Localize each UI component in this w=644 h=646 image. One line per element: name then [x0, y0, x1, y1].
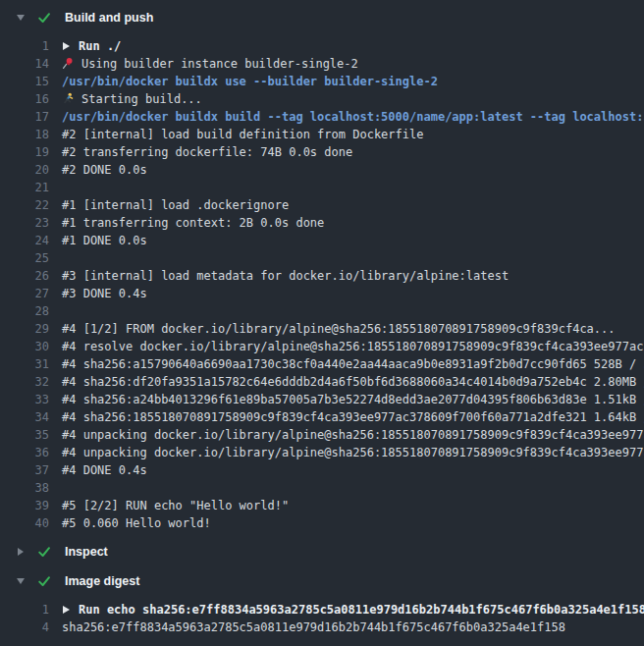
- expand-group-icon[interactable]: [63, 606, 70, 614]
- line-number-link[interactable]: 1: [0, 37, 49, 55]
- log-line[interactable]: 37 #4 DONE 0.4s: [0, 461, 644, 479]
- log-line[interactable]: 17 /usr/bin/docker buildx build --tag lo…: [0, 108, 644, 126]
- log-line[interactable]: 20 #2 DONE 0.0s: [0, 161, 644, 179]
- log-line[interactable]: 1 Run ./: [0, 37, 644, 55]
- line-number-link[interactable]: 20: [0, 161, 49, 179]
- line-number-link[interactable]: 1: [0, 601, 49, 619]
- line-number-link[interactable]: 16: [0, 90, 49, 108]
- line-text: /usr/bin/docker buildx use --builder bui…: [49, 73, 644, 90]
- line-number-link[interactable]: 14: [0, 55, 49, 73]
- line-number-link[interactable]: 40: [0, 514, 49, 532]
- section-header-image-digest[interactable]: Image digest: [0, 567, 644, 595]
- line-text: #4 sha256:df20fa9351a15782c64e6dddb2d4a6…: [49, 373, 644, 391]
- log-section: Build and push 1 Run ./ 14 Using builder…: [0, 4, 644, 536]
- line-number-link[interactable]: 18: [0, 126, 49, 143]
- chevron-right-icon[interactable]: [15, 546, 27, 558]
- log-line[interactable]: 28: [0, 302, 644, 320]
- line-number-link[interactable]: 19: [0, 143, 49, 161]
- log-line[interactable]: 22 #1 [internal] load .dockerignore: [0, 196, 644, 214]
- section-log-lines: 1 Run echo sha256:e7ff8834a5963a2785c5a0…: [0, 595, 644, 640]
- log-line[interactable]: 19 #2 transferring dockerfile: 74B 0.0s …: [0, 143, 644, 161]
- line-text: Using builder instance builder-single-2: [49, 55, 644, 73]
- line-number-link[interactable]: 21: [0, 179, 49, 196]
- success-check-icon: [36, 10, 52, 26]
- log-line[interactable]: 25: [0, 249, 644, 267]
- line-number-link[interactable]: 26: [0, 267, 49, 285]
- line-number-link[interactable]: 17: [0, 108, 49, 126]
- log-line[interactable]: 31 #4 sha256:a15790640a6690aa1730c38cf0a…: [0, 355, 644, 373]
- chevron-down-icon[interactable]: [15, 12, 27, 24]
- log-line[interactable]: 30 #4 resolve docker.io/library/alpine@s…: [0, 338, 644, 355]
- workflow-log-viewer: Build and push 1 Run ./ 14 Using builder…: [0, 0, 644, 646]
- line-number-link[interactable]: 38: [0, 479, 49, 497]
- line-text: /usr/bin/docker buildx build --tag local…: [49, 108, 644, 126]
- line-number-link[interactable]: 23: [0, 214, 49, 232]
- line-text: #4 DONE 0.4s: [49, 461, 644, 479]
- line-number-link[interactable]: 33: [0, 391, 49, 408]
- expand-group-icon[interactable]: [63, 42, 70, 50]
- log-line[interactable]: 34 #4 sha256:185518070891758909c9f839cf4…: [0, 408, 644, 426]
- log-line[interactable]: 15 /usr/bin/docker buildx use --builder …: [0, 73, 644, 90]
- line-number-link[interactable]: 32: [0, 373, 49, 391]
- log-line[interactable]: 16 Starting build...: [0, 90, 644, 108]
- section-title: Build and push: [65, 11, 153, 25]
- log-line[interactable]: 18 #2 [internal] load build definition f…: [0, 126, 644, 143]
- line-text: #1 [internal] load .dockerignore: [49, 196, 644, 214]
- log-section: Image digest 1 Run echo sha256:e7ff8834a…: [0, 567, 644, 640]
- line-number-link[interactable]: 31: [0, 355, 49, 373]
- line-number-link[interactable]: 29: [0, 320, 49, 338]
- line-number-link[interactable]: 15: [0, 73, 49, 90]
- log-section: Inspect: [0, 538, 644, 565]
- success-check-icon: [36, 573, 52, 589]
- log-line[interactable]: 40 #5 0.060 Hello world!: [0, 514, 644, 532]
- line-text: #1 transferring context: 2B 0.0s done: [49, 214, 644, 232]
- section-header-inspect[interactable]: Inspect: [0, 538, 644, 565]
- line-number-link[interactable]: 25: [0, 249, 49, 267]
- section-header-build-and-push[interactable]: Build and push: [0, 4, 644, 31]
- log-line[interactable]: 21: [0, 179, 644, 196]
- line-number-link[interactable]: 35: [0, 426, 49, 444]
- line-number-link[interactable]: 22: [0, 196, 49, 214]
- line-text: Starting build...: [49, 90, 644, 108]
- line-text: #1 DONE 0.0s: [49, 232, 644, 249]
- line-number-link[interactable]: 27: [0, 285, 49, 302]
- line-text: #2 DONE 0.0s: [49, 161, 644, 179]
- line-number-link[interactable]: 36: [0, 444, 49, 461]
- log-line[interactable]: 38: [0, 479, 644, 497]
- line-number-link[interactable]: 39: [0, 497, 49, 514]
- log-line[interactable]: 35 #4 unpacking docker.io/library/alpine…: [0, 426, 644, 444]
- line-number-link[interactable]: 4: [0, 619, 49, 636]
- line-number-link[interactable]: 30: [0, 338, 49, 355]
- log-line[interactable]: 4 sha256:e7ff8834a5963a2785c5a0811e979d1…: [0, 619, 644, 636]
- section-log-lines: 1 Run ./ 14 Using builder instance build…: [0, 31, 644, 536]
- line-text: #4 unpacking docker.io/library/alpine@sh…: [49, 444, 644, 461]
- line-number-link[interactable]: 37: [0, 461, 49, 479]
- log-line[interactable]: 1 Run echo sha256:e7ff8834a5963a2785c5a0…: [0, 601, 644, 619]
- line-text: #4 sha256:a24bb4013296f61e89ba57005a7b3e…: [49, 391, 644, 408]
- line-text: #4 sha256:a15790640a6690aa1730c38cf0a440…: [49, 355, 644, 373]
- log-line[interactable]: 27 #3 DONE 0.4s: [0, 285, 644, 302]
- line-text: #3 DONE 0.4s: [49, 285, 644, 302]
- log-line[interactable]: 39 #5 [2/2] RUN echo "Hello world!": [0, 497, 644, 514]
- log-line[interactable]: 26 #3 [internal] load metadata for docke…: [0, 267, 644, 285]
- log-line[interactable]: 36 #4 unpacking docker.io/library/alpine…: [0, 444, 644, 461]
- log-line[interactable]: 14 Using builder instance builder-single…: [0, 55, 644, 73]
- line-text: sha256:e7ff8834a5963a2785c5a0811e979d16b…: [49, 619, 644, 636]
- line-text: #2 [internal] load build definition from…: [49, 126, 644, 143]
- log-line[interactable]: 32 #4 sha256:df20fa9351a15782c64e6dddb2d…: [0, 373, 644, 391]
- line-number-link[interactable]: 34: [0, 408, 49, 426]
- log-line[interactable]: 24 #1 DONE 0.0s: [0, 232, 644, 249]
- line-text: Run echo sha256:e7ff8834a5963a2785c5a081…: [49, 601, 644, 619]
- line-text: #2 transferring dockerfile: 74B 0.0s don…: [49, 143, 644, 161]
- chevron-down-icon[interactable]: [15, 575, 27, 587]
- line-text: #4 resolve docker.io/library/alpine@sha2…: [49, 338, 644, 355]
- pushpin-icon: [62, 57, 75, 70]
- log-line[interactable]: 33 #4 sha256:a24bb4013296f61e89ba57005a7…: [0, 391, 644, 408]
- line-number-link[interactable]: 24: [0, 232, 49, 249]
- runner-icon: [62, 92, 75, 105]
- line-text: #3 [internal] load metadata for docker.i…: [49, 267, 644, 285]
- log-line[interactable]: 29 #4 [1/2] FROM docker.io/library/alpin…: [0, 320, 644, 338]
- log-line[interactable]: 23 #1 transferring context: 2B 0.0s done: [0, 214, 644, 232]
- line-text: #5 [2/2] RUN echo "Hello world!": [49, 497, 644, 514]
- line-number-link[interactable]: 28: [0, 302, 49, 320]
